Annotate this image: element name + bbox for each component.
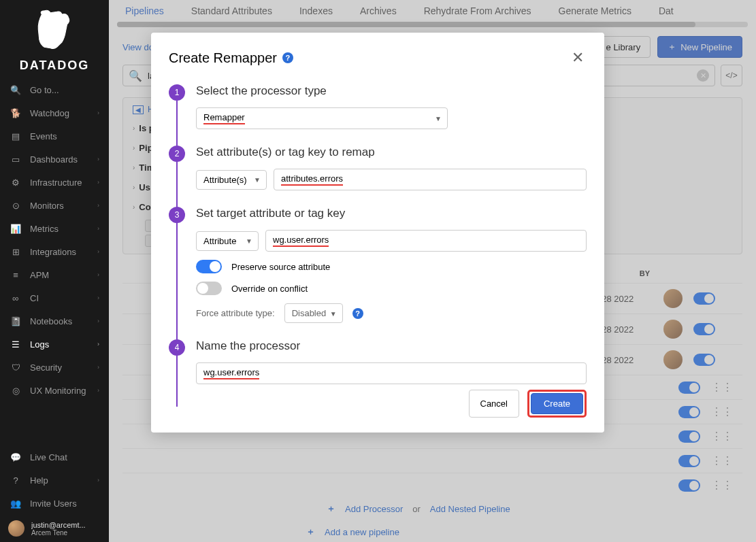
help-icon: ? [10,474,22,486]
nav-infrastructure[interactable]: ⚙Infrastructure› [0,171,109,194]
user-org: Arcem Tene [31,529,86,537]
nav-goto[interactable]: 🔍Go to... [0,78,109,101]
chevron-down-icon: ▼ [435,115,442,122]
create-remapper-modal: Create Remapper ? ✕ 1 Select the process… [151,33,604,433]
help-icon[interactable]: ? [282,52,293,63]
ci-icon: ∞ [10,292,22,304]
nav-events[interactable]: ▤Events [0,124,109,148]
dashboards-icon: ▭ [10,153,22,165]
processor-type-select[interactable]: Remapper ▼ [196,107,448,129]
logs-icon: ☰ [10,338,22,350]
events-icon: ▤ [10,130,22,142]
source-attribute-input[interactable]: attributes.errors [274,169,587,190]
brand-name: DATADOG [20,58,89,73]
step-title: Set target attribute or tag key [196,207,587,220]
step-number: 3 [169,207,185,223]
step-title: Set attribute(s) or tag key to remap [196,146,587,159]
create-button[interactable]: Create [531,393,583,414]
nav-watchdog[interactable]: 🐕Watchdog› [0,101,109,124]
step-number: 2 [169,146,185,162]
nav-live-chat[interactable]: 💬Live Chat [0,445,109,469]
step-number: 4 [169,339,185,356]
chevron-down-icon: ▼ [254,176,261,184]
nav-ux[interactable]: ◎UX Monitoring› [0,379,109,402]
nav-monitors[interactable]: ⊙Monitors› [0,194,109,217]
search-icon: 🔍 [10,84,22,96]
preserve-source-toggle[interactable] [196,260,222,273]
target-type-select[interactable]: Attribute ▼ [196,231,259,251]
nav-help[interactable]: ?Help› [0,469,109,492]
nav-metrics[interactable]: 📊Metrics› [0,217,109,240]
nav-dashboards[interactable]: ▭Dashboards› [0,148,109,171]
apm-icon: ≡ [10,269,22,281]
user-menu[interactable]: justin@arcemt... Arcem Tene [0,515,109,542]
preserve-source-label: Preserve source attribute [231,262,330,272]
help-icon[interactable]: ? [352,308,363,319]
target-attribute-input[interactable]: wg.user.errors [265,230,587,252]
user-email: justin@arcemt... [31,521,86,529]
datadog-logo-icon [29,7,80,57]
user-avatar [8,520,24,537]
override-conflict-toggle[interactable] [196,282,222,295]
watchdog-icon: 🐕 [10,107,22,119]
close-icon[interactable]: ✕ [569,46,587,69]
step-number: 1 [169,84,185,101]
processor-name-input[interactable]: wg.user.errors [196,362,587,384]
infra-icon: ⚙ [10,176,22,188]
notebooks-icon: 📓 [10,315,22,327]
monitors-icon: ⊙ [10,199,22,211]
force-type-select[interactable]: Disabled ▼ [284,303,343,323]
nav-apm[interactable]: ≡APM› [0,263,109,286]
nav-logs[interactable]: ☰Logs› [0,333,109,356]
nav-integrations[interactable]: ⊞Integrations› [0,240,109,263]
source-type-select[interactable]: Attribute(s) ▼ [196,170,267,190]
logo[interactable]: DATADOG [0,0,109,78]
nav-invite[interactable]: 👥Invite Users [0,492,109,515]
security-icon: 🛡 [10,361,22,373]
create-button-highlight: Create [527,390,587,418]
integrations-icon: ⊞ [10,245,22,258]
nav-security[interactable]: 🛡Security› [0,356,109,379]
nav-notebooks[interactable]: 📓Notebooks› [0,309,109,333]
override-conflict-label: Override on conflict [231,284,308,294]
chat-icon: 💬 [10,451,22,463]
step-title: Name the processor [196,339,587,353]
cancel-button[interactable]: Cancel [469,390,519,418]
step-title: Select the processor type [196,84,587,98]
ux-icon: ◎ [10,384,22,396]
invite-icon: 👥 [10,497,22,509]
nav-ci[interactable]: ∞CI› [0,286,109,309]
sidebar: DATADOG 🔍Go to... 🐕Watchdog› ▤Events ▭Da… [0,0,109,542]
modal-title: Create Remapper [169,50,277,66]
chevron-down-icon: ▼ [330,309,337,317]
chevron-down-icon: ▼ [246,237,252,245]
force-type-label: Force attribute type: [196,308,275,318]
metrics-icon: 📊 [10,222,22,235]
